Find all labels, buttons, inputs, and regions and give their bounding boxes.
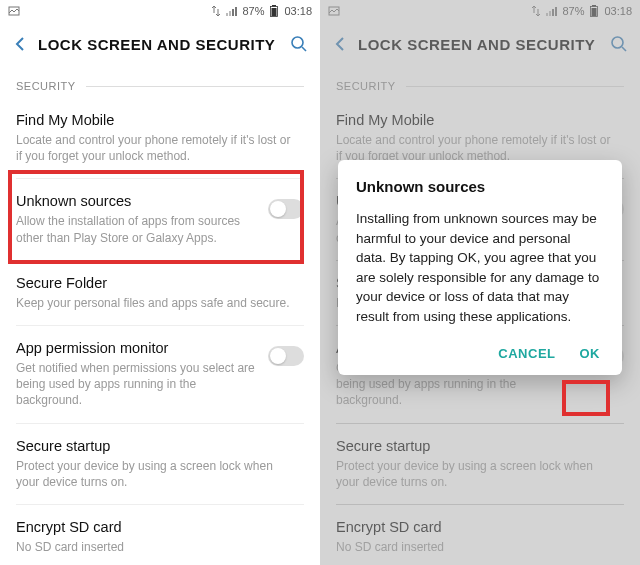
item-title: Secure startup [16, 438, 296, 454]
svg-rect-7 [272, 8, 277, 16]
item-title: Unknown sources [16, 193, 260, 209]
battery-icon [268, 5, 280, 17]
divider [86, 86, 304, 87]
dialog-unknown-sources: Unknown sources Installing from unknown … [338, 160, 622, 375]
item-title: Encrypt SD card [16, 519, 296, 535]
item-title: App permission monitor [16, 340, 260, 356]
phone-left: 87% 03:18 LOCK SCREEN AND SECURITY SECUR… [0, 0, 320, 565]
screenshot-icon [8, 5, 20, 17]
item-unknown-sources[interactable]: Unknown sources Allow the installation o… [16, 179, 304, 260]
toggle-app-permission[interactable] [268, 346, 304, 366]
item-desc: Protect your device by using a screen lo… [16, 458, 296, 490]
battery-pct: 87% [242, 5, 264, 17]
item-desc: Allow the installation of apps from sour… [16, 213, 260, 245]
item-desc: Get notified when permissions you select… [16, 360, 260, 409]
back-icon[interactable] [12, 36, 28, 52]
section-header: SECURITY [0, 66, 320, 98]
svg-rect-1 [226, 13, 228, 16]
clock: 03:18 [284, 5, 312, 17]
item-find-my-mobile[interactable]: Find My Mobile Locate and control your p… [16, 98, 304, 179]
app-bar: LOCK SCREEN AND SECURITY [0, 22, 320, 66]
svg-rect-2 [229, 11, 231, 16]
ok-button[interactable]: OK [580, 346, 601, 361]
phone-right: 87% 03:18 LOCK SCREEN AND SECURITY SECUR… [320, 0, 640, 565]
page-title: LOCK SCREEN AND SECURITY [38, 36, 280, 53]
item-title: Find My Mobile [16, 112, 296, 128]
item-secure-startup[interactable]: Secure startup Protect your device by us… [16, 424, 304, 505]
item-desc: No SD card inserted [16, 539, 296, 555]
section-label: SECURITY [16, 80, 76, 92]
dialog-title: Unknown sources [356, 178, 604, 195]
item-encrypt-sd[interactable]: Encrypt SD card No SD card inserted [16, 505, 304, 565]
item-desc: Keep your personal files and apps safe a… [16, 295, 296, 311]
item-app-permission-monitor[interactable]: App permission monitor Get notified when… [16, 326, 304, 424]
signal-icon [226, 5, 238, 17]
search-icon[interactable] [290, 35, 308, 53]
item-desc: Locate and control your phone remotely i… [16, 132, 296, 164]
toggle-unknown-sources[interactable] [268, 199, 304, 219]
svg-rect-4 [235, 7, 237, 16]
status-bar: 87% 03:18 [0, 0, 320, 22]
svg-rect-3 [232, 9, 234, 16]
svg-line-9 [302, 47, 306, 51]
item-title: Secure Folder [16, 275, 296, 291]
cancel-button[interactable]: CANCEL [498, 346, 555, 361]
item-secure-folder[interactable]: Secure Folder Keep your personal files a… [16, 261, 304, 326]
data-icon [210, 5, 222, 17]
dialog-body: Installing from unknown sources may be h… [356, 209, 604, 326]
svg-point-8 [292, 37, 303, 48]
